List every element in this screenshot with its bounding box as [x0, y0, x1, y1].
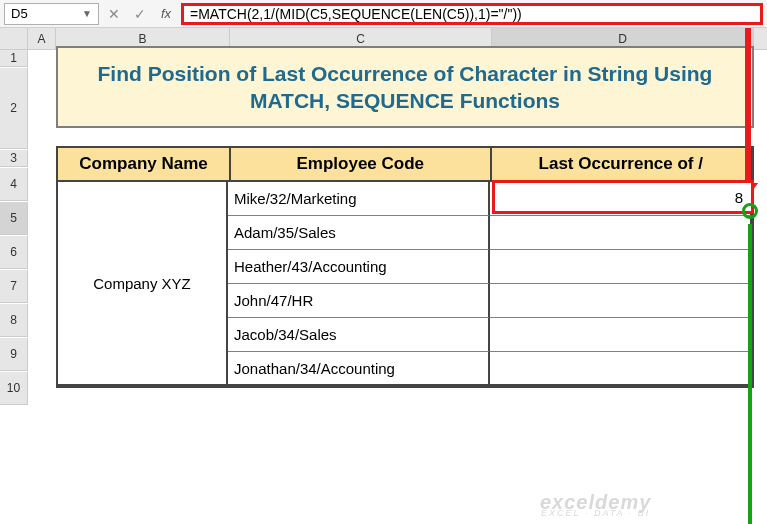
watermark: exceldemy EXCEL · DATA · BI	[540, 494, 651, 517]
row-header-7[interactable]: 7	[0, 270, 28, 303]
row-header-1[interactable]: 1	[0, 50, 28, 67]
row-header-10[interactable]: 10	[0, 372, 28, 405]
cell-C10[interactable]: Jonathan/34/Accounting	[228, 352, 490, 386]
col-header-A[interactable]: A	[28, 28, 56, 49]
row-header-5[interactable]: 5	[0, 202, 28, 235]
cell-D5-value: 8	[735, 189, 743, 206]
cell-C6[interactable]: Adam/35/Sales	[228, 216, 490, 250]
row-header-9[interactable]: 9	[0, 338, 28, 371]
watermark-main: exceldemy	[540, 491, 651, 513]
header-employee[interactable]: Employee Code	[231, 148, 491, 182]
header-company[interactable]: Company Name	[58, 148, 231, 182]
annotation-arrow-red	[745, 28, 751, 190]
cell-C7[interactable]: Heather/43/Accounting	[228, 250, 490, 284]
row-header-4[interactable]: 4	[0, 168, 28, 201]
selected-cell-D5[interactable]: 8	[492, 180, 754, 214]
watermark-sub: EXCEL · DATA · BI	[540, 510, 651, 517]
cell-C8[interactable]: John/47/HR	[228, 284, 490, 318]
accept-formula-button[interactable]: ✓	[129, 3, 151, 25]
title-cell[interactable]: Find Position of Last Occurrence of Char…	[56, 46, 754, 128]
cell-C9[interactable]: Jacob/34/Sales	[228, 318, 490, 352]
row-header-6[interactable]: 6	[0, 236, 28, 269]
title-text: Find Position of Last Occurrence of Char…	[78, 60, 732, 115]
cell-D6[interactable]	[490, 216, 752, 250]
name-box-value: D5	[11, 6, 28, 21]
row-header-3[interactable]: 3	[0, 150, 28, 167]
cell-C5[interactable]: Mike/32/Marketing	[228, 182, 490, 216]
company-cell[interactable]: Company XYZ	[58, 182, 228, 386]
formula-toolbar: D5 ▼ ✕ ✓ fx =MATCH(2,1/(MID(C5,SEQUENCE(…	[0, 0, 767, 28]
cell-D8[interactable]	[490, 284, 752, 318]
select-all-corner[interactable]	[0, 28, 28, 49]
row-header-2[interactable]: 2	[0, 68, 28, 149]
cell-D7[interactable]	[490, 250, 752, 284]
cell-D9[interactable]	[490, 318, 752, 352]
fill-handle[interactable]	[742, 203, 758, 219]
cell-D10[interactable]	[490, 352, 752, 386]
cancel-formula-button[interactable]: ✕	[103, 3, 125, 25]
fx-icon[interactable]: fx	[155, 3, 177, 25]
name-box[interactable]: D5 ▼	[4, 3, 99, 25]
worksheet-grid[interactable]: A B C D 1 2 3 4 5 6 7 8 9 10 Find Positi…	[0, 28, 767, 406]
formula-text: =MATCH(2,1/(MID(C5,SEQUENCE(LEN(C5)),1)=…	[190, 6, 522, 22]
chevron-down-icon[interactable]: ▼	[82, 8, 92, 19]
formula-bar[interactable]: =MATCH(2,1/(MID(C5,SEQUENCE(LEN(C5)),1)=…	[181, 3, 763, 25]
header-last[interactable]: Last Occurrence of /	[492, 148, 752, 182]
annotation-arrow-green	[748, 224, 752, 524]
row-header-8[interactable]: 8	[0, 304, 28, 337]
